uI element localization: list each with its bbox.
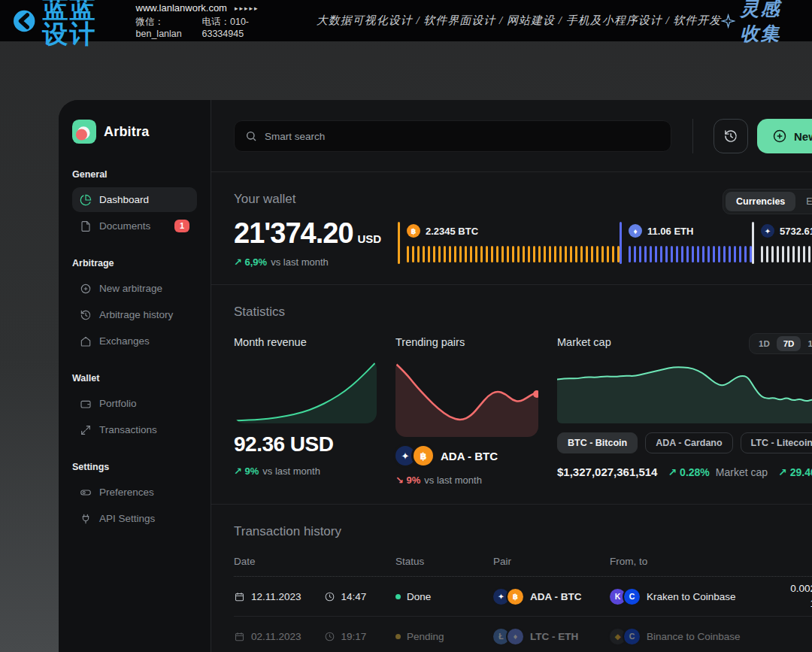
eth-coin-icon: ♦ bbox=[629, 224, 642, 238]
sidebar-item-api-settings[interactable]: API Settings bbox=[72, 506, 197, 531]
site-brand-name: 蓝蓝设计 bbox=[42, 0, 122, 47]
month-revenue-label: Month revenue bbox=[234, 336, 377, 348]
holding-amount: 11.06 ETH bbox=[647, 226, 693, 237]
tick bbox=[538, 246, 541, 262]
tick bbox=[761, 246, 763, 262]
ltc-coin-icon: Ł bbox=[493, 629, 509, 644]
tick bbox=[412, 246, 414, 262]
tick bbox=[607, 246, 609, 262]
page: 蓝蓝设计 www.lanlanwork.com ▸▸▸▸▸ 微信：ben_lan… bbox=[0, 0, 812, 652]
range-1d[interactable]: 1D bbox=[752, 336, 777, 351]
history-icon bbox=[80, 309, 92, 321]
range-1m[interactable]: 1M bbox=[801, 336, 812, 351]
segment-start-tick bbox=[620, 222, 622, 264]
trending-pairs-chart bbox=[395, 359, 538, 437]
segment-start-tick bbox=[752, 222, 754, 264]
tick bbox=[517, 246, 520, 262]
wallet-toggle-exchanges[interactable]: Exchanges bbox=[795, 192, 812, 211]
tick bbox=[575, 246, 577, 262]
site-logo[interactable]: 蓝蓝设计 bbox=[12, 0, 123, 47]
arrows-icon bbox=[80, 424, 92, 436]
tick bbox=[634, 246, 636, 262]
dashboard-window: Arbitra General Dashboard Documents 1 Ar… bbox=[59, 100, 812, 652]
tick bbox=[639, 246, 641, 262]
sidebar-item-portfolio[interactable]: Portfolio bbox=[72, 391, 197, 416]
wallet-toggle-currencies[interactable]: Currencies bbox=[726, 192, 795, 211]
wallet-change: ↗ 6,9% vs last month bbox=[234, 256, 398, 268]
history-button[interactable] bbox=[714, 119, 748, 153]
date-value: 02.11.2023 bbox=[251, 631, 301, 642]
tick bbox=[586, 246, 588, 262]
holding-ticks bbox=[407, 246, 620, 262]
wallet-holdings-bar: ฿ 2.2345 BTC ♦ 11.06 ETH ✦ 5732.61 ADA bbox=[398, 222, 812, 268]
toggle-icon bbox=[80, 487, 92, 499]
kraken-coin-icon: K bbox=[610, 589, 626, 605]
sidebar-section-general: General bbox=[72, 169, 197, 180]
trending-pair-name: ADA - BTC bbox=[441, 450, 498, 462]
tick bbox=[512, 246, 514, 262]
app-logo[interactable]: Arbitra bbox=[72, 120, 197, 144]
chip-ada-cardano[interactable]: ADA - Cardano bbox=[645, 432, 732, 453]
wallet-currency: USD bbox=[358, 232, 382, 245]
tick bbox=[459, 246, 462, 262]
sidebar-item-arbitrage-history[interactable]: Arbitrage history bbox=[72, 302, 197, 327]
table-row[interactable]: 12.11.2023 14:47 Done ✦฿ ADA - BTC KC Kr… bbox=[234, 577, 812, 617]
segment-start-tick bbox=[398, 222, 400, 264]
tick bbox=[787, 246, 789, 262]
chip-btc-bitcoin[interactable]: BTC - Bitcoin bbox=[557, 432, 638, 453]
smart-search-input[interactable] bbox=[265, 131, 660, 142]
tick bbox=[523, 246, 525, 262]
cell-date: 12.11.2023 14:47 bbox=[234, 591, 395, 602]
plus-circle-icon bbox=[772, 129, 787, 144]
cell-status: Pending bbox=[395, 631, 493, 642]
tick bbox=[580, 246, 583, 262]
market-cap-value: $1,327,027,361,514 bbox=[557, 465, 657, 478]
table-row[interactable]: 02.11.2023 19:17 Pending Ł♦ LTC - ETH ◆C… bbox=[234, 617, 812, 652]
topbar-divider bbox=[692, 119, 693, 153]
new-arbitrage-button[interactable]: New arbitrage bbox=[757, 119, 812, 153]
ada-coin-icon: ✦ bbox=[395, 446, 415, 465]
range-7d[interactable]: 7D bbox=[777, 336, 801, 351]
tick bbox=[723, 246, 726, 262]
chip-ltc-litecoin[interactable]: LTC - Litecoin bbox=[741, 432, 812, 453]
table-body: 12.11.2023 14:47 Done ✦฿ ADA - BTC KC Kr… bbox=[234, 577, 812, 652]
wallet-balance: 21'374.20USD bbox=[234, 219, 398, 247]
sidebar-item-documents[interactable]: Documents 1 bbox=[72, 214, 197, 238]
trending-pairs-change: ↘ 9% vs last month bbox=[395, 475, 538, 486]
time-value: 19:17 bbox=[341, 631, 367, 642]
wallet-view-toggle: CurrenciesExchanges bbox=[723, 189, 812, 214]
sidebar-item-dashboard[interactable]: Dashboard bbox=[72, 187, 197, 212]
sidebar: Arbitra General Dashboard Documents 1 Ar… bbox=[59, 100, 211, 652]
tick bbox=[559, 246, 562, 262]
eth-coin-icon: ♦ bbox=[508, 629, 523, 644]
month-revenue-value: 92.36 USD bbox=[234, 432, 377, 456]
sidebar-item-label: Exchanges bbox=[99, 335, 189, 347]
column-header-date: Date bbox=[234, 556, 395, 567]
site-url[interactable]: www.lanlanwork.com bbox=[136, 2, 227, 14]
tick bbox=[697, 246, 699, 262]
sidebar-item-preferences[interactable]: Preferences bbox=[72, 480, 197, 505]
tick bbox=[739, 246, 741, 262]
coin-chips: BTC - BitcoinADA - CardanoLTC - Litecoin… bbox=[557, 432, 812, 453]
tick bbox=[650, 246, 652, 262]
search-box bbox=[234, 120, 671, 152]
tick bbox=[707, 246, 710, 262]
tick bbox=[501, 246, 504, 262]
trending-pair: ✦฿ADA - BTC bbox=[395, 446, 538, 465]
amount-value: 1 bbox=[789, 596, 812, 611]
holding-eth: ♦ 11.06 ETH bbox=[620, 222, 752, 268]
sidebar-item-exchanges[interactable]: Exchanges bbox=[72, 329, 197, 353]
tick bbox=[438, 246, 441, 262]
sidebar-item-new-arbitrage[interactable]: New arbitrage bbox=[72, 276, 197, 301]
sidebar-item-transactions[interactable]: Transactions bbox=[72, 417, 197, 442]
plus-circle-icon bbox=[80, 283, 92, 295]
app-name: Arbitra bbox=[104, 124, 149, 140]
tick bbox=[798, 246, 800, 262]
inspiration-collect-link[interactable]: 灵感收集 bbox=[721, 0, 800, 46]
site-header: 蓝蓝设计 www.lanlanwork.com ▸▸▸▸▸ 微信：ben_lan… bbox=[0, 0, 812, 41]
tick bbox=[686, 246, 689, 262]
calendar-icon bbox=[234, 591, 245, 602]
status-dot bbox=[395, 634, 401, 639]
tick bbox=[454, 246, 456, 262]
holding-ticks bbox=[629, 246, 752, 262]
